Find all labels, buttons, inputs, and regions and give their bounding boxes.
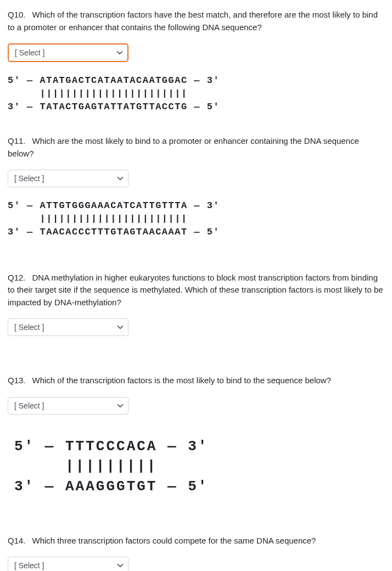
question-14-block: Q14.Which three transcription factors co… — [8, 535, 384, 571]
question-13-select[interactable]: [ Select ] — [8, 397, 128, 415]
question-11-block: Q11.Which are the most likely to bind to… — [8, 135, 384, 238]
question-13-text: Q13.Which of the transcription factors i… — [8, 374, 384, 387]
question-12-block: Q12.DNA methylation in higher eukaryotes… — [8, 272, 384, 337]
question-10-body: Which of the transcription factors have … — [8, 10, 378, 32]
question-14-body: Which three transcription factors could … — [32, 536, 316, 545]
question-11-number: Q11. — [8, 136, 26, 145]
question-13-sequence: 5' — TTTCCCACA — 3' ||||||||| 3' — AAAGG… — [8, 436, 384, 496]
question-12-text: Q12.DNA methylation in higher eukaryotes… — [8, 272, 384, 309]
question-10-text: Q10.Which of the transcription factors h… — [8, 9, 384, 33]
question-10-sequence: 5' — ATATGACTCATAATACAATGGAC — 3' ||||||… — [8, 74, 384, 113]
question-13-body: Which of the transcription factors is th… — [32, 376, 331, 385]
question-11-body: Which are the most likely to bind to a p… — [8, 136, 359, 158]
question-12-select[interactable]: [ Select ] — [8, 318, 128, 336]
question-10-select[interactable]: [ Select ] — [8, 43, 128, 62]
question-12-number: Q12. — [8, 273, 26, 282]
question-10-block: Q10.Which of the transcription factors h… — [8, 9, 384, 113]
question-12-body: DNA methylation in higher eukaryotes fun… — [8, 273, 383, 307]
question-11-sequence: 5' — ATTGTGGGAAACATCATTGTTTA — 3' ||||||… — [8, 199, 384, 238]
question-11-select[interactable]: [ Select ] — [8, 170, 128, 187]
question-10-number: Q10. — [8, 10, 26, 19]
question-13-block: Q13.Which of the transcription factors i… — [8, 374, 384, 496]
question-14-text: Q14.Which three transcription factors co… — [8, 535, 384, 547]
question-11-text: Q11.Which are the most likely to bind to… — [8, 135, 384, 160]
question-14-number: Q14. — [8, 536, 26, 545]
question-13-number: Q13. — [8, 376, 26, 385]
question-14-select[interactable]: [ Select ] — [8, 557, 128, 571]
